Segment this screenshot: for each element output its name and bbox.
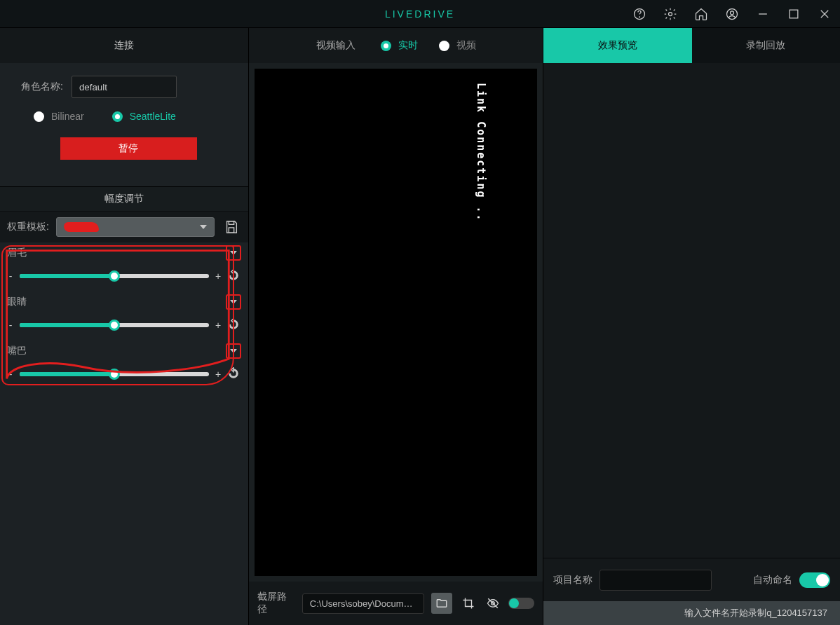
radio-dot-icon xyxy=(34,111,44,122)
project-name-label: 项目名称 xyxy=(553,574,592,586)
expand-button[interactable] xyxy=(226,343,241,359)
radio-video-label: 视频 xyxy=(456,39,476,52)
maximize-icon[interactable] xyxy=(778,0,809,28)
chevron-down-icon xyxy=(200,225,207,229)
svg-rect-10 xyxy=(229,228,233,233)
title-bar: LIVEDRIVE xyxy=(0,0,840,28)
slider-plus[interactable]: + xyxy=(215,369,222,380)
slider-plus[interactable]: + xyxy=(215,320,222,331)
screenshot-path-label: 截屏路径 xyxy=(257,591,295,616)
redacted-text xyxy=(64,222,99,232)
weight-template-label: 权重模板: xyxy=(7,221,49,233)
role-name-input[interactable] xyxy=(72,76,177,98)
sidebar: 连接 角色名称: Bilinear SeattleLite 暂停 幅度调节 权重… xyxy=(0,28,249,625)
screenshot-bar: 截屏路径 C:\Users\sobey\Document... xyxy=(249,582,543,625)
svg-point-2 xyxy=(669,12,672,15)
slider-eyes: 眼睛 - + xyxy=(7,291,241,341)
chevron-down-icon xyxy=(230,300,237,304)
pause-button[interactable]: 暂停 xyxy=(60,137,197,160)
visibility-off-icon[interactable] xyxy=(484,594,501,612)
slider-label: 嘴巴 xyxy=(7,345,27,357)
slider-minus[interactable]: - xyxy=(7,369,14,380)
autoname-label: 自动命名 xyxy=(753,574,792,586)
home-icon[interactable] xyxy=(686,0,717,28)
sidebar-header: 连接 xyxy=(0,28,248,63)
slider-minus[interactable]: - xyxy=(7,320,14,331)
svg-rect-9 xyxy=(229,221,233,225)
help-icon[interactable] xyxy=(624,0,655,28)
svg-point-4 xyxy=(731,11,734,14)
right-footer: 项目名称 自动命名 xyxy=(543,558,840,601)
radio-dot-icon xyxy=(112,111,123,122)
radio-bilinear-label: Bilinear xyxy=(51,111,84,122)
slider-label: 眼睛 xyxy=(7,296,27,308)
radio-bilinear[interactable]: Bilinear xyxy=(34,111,84,122)
svg-rect-6 xyxy=(790,10,798,18)
user-icon[interactable] xyxy=(717,0,747,28)
chevron-down-icon xyxy=(230,349,237,353)
slider-minus[interactable]: - xyxy=(7,270,14,282)
project-name-input[interactable] xyxy=(599,570,712,591)
mini-toggle[interactable] xyxy=(508,598,534,609)
video-input-label: 视频输入 xyxy=(316,39,355,52)
radio-live[interactable]: 实时 xyxy=(381,39,418,52)
close-icon[interactable] xyxy=(809,0,840,28)
preview-area xyxy=(543,63,840,558)
status-text: 输入文件名开始录制q_1204157137 xyxy=(684,607,827,619)
center-panel: 视频输入 实时 视频 Link Connecting .. 截屏路径 C:\Us… xyxy=(249,28,543,625)
slider-eyebrow: 眉毛 - + xyxy=(7,242,241,291)
radio-video[interactable]: 视频 xyxy=(439,39,476,52)
expand-button[interactable] xyxy=(226,245,241,261)
tab-preview[interactable]: 效果预览 xyxy=(543,28,692,63)
radio-dot-icon xyxy=(381,41,391,51)
reset-icon[interactable] xyxy=(227,318,241,332)
save-icon[interactable] xyxy=(222,218,241,236)
link-status-text: Link Connecting .. xyxy=(475,83,487,222)
slider-track[interactable] xyxy=(20,323,209,327)
slider-track[interactable] xyxy=(20,372,209,376)
radio-seattle-label: SeattleLite xyxy=(130,111,176,122)
slider-mouth: 嘴巴 - + xyxy=(7,341,241,390)
video-viewport: Link Connecting .. xyxy=(255,69,537,576)
radio-seattlelite[interactable]: SeattleLite xyxy=(112,111,176,122)
autoname-toggle[interactable] xyxy=(799,572,830,588)
sliders-panel: 眉毛 - + 眼睛 xyxy=(0,242,248,411)
chevron-down-icon xyxy=(230,251,237,255)
slider-track[interactable] xyxy=(20,274,209,278)
right-panel: 效果预览 录制回放 项目名称 自动命名 输入文件名开始录制q_120415713… xyxy=(543,28,840,625)
gear-icon[interactable] xyxy=(655,0,686,28)
folder-icon[interactable] xyxy=(431,593,453,614)
slider-label: 眉毛 xyxy=(7,247,27,259)
video-input-tabs: 视频输入 实时 视频 xyxy=(249,28,543,63)
tab-playback[interactable]: 录制回放 xyxy=(692,28,841,63)
status-bar: 输入文件名开始录制q_1204157137 xyxy=(543,601,840,625)
right-tabs: 效果预览 录制回放 xyxy=(543,28,840,63)
svg-point-1 xyxy=(639,16,640,17)
reset-icon[interactable] xyxy=(227,269,241,283)
slider-plus[interactable]: + xyxy=(215,270,222,282)
radio-live-label: 实时 xyxy=(398,39,418,52)
reset-icon[interactable] xyxy=(227,367,241,381)
minimize-icon[interactable] xyxy=(747,0,778,28)
amplitude-section-title: 幅度调节 xyxy=(0,186,248,212)
radio-dot-icon xyxy=(439,41,449,51)
weight-template-select[interactable] xyxy=(56,217,215,237)
expand-button[interactable] xyxy=(226,294,241,310)
crop-icon[interactable] xyxy=(459,594,477,612)
app-title: LIVEDRIVE xyxy=(385,8,455,20)
role-name-label: 角色名称: xyxy=(21,81,63,93)
screenshot-path-value: C:\Users\sobey\Document... xyxy=(302,593,424,614)
